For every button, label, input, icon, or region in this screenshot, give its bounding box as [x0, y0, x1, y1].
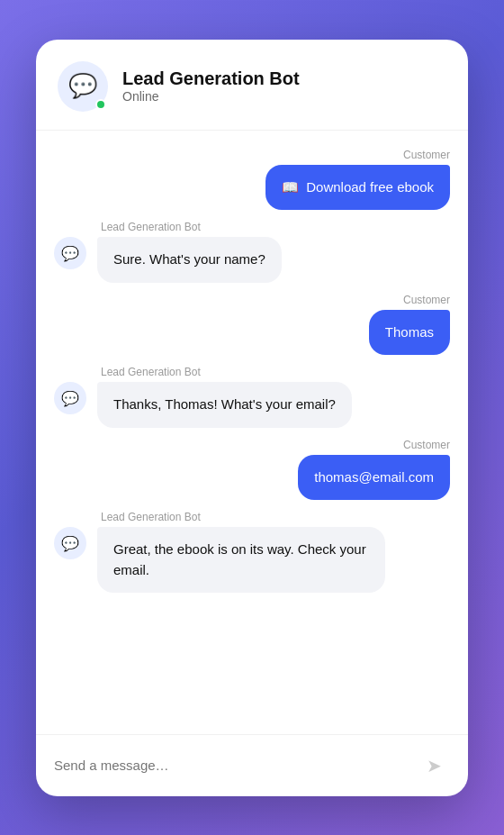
bot-bubble-confirmation: Great, the ebook is on its way. Check yo… [97, 527, 385, 593]
bot-message-wrapper: 💬 Sure. What's your name? [54, 237, 282, 283]
bot-message-wrapper: 💬 Thanks, Thomas! What's your email? [54, 382, 352, 428]
bot-avatar-small: 💬 [54, 237, 86, 269]
sender-label-bot: Lead Generation Bot [101, 366, 201, 378]
message-row: Customer 📖 Download free ebook [54, 149, 450, 211]
sender-label-bot: Lead Generation Bot [101, 511, 201, 523]
online-indicator [95, 99, 106, 110]
sender-label-bot: Lead Generation Bot [101, 221, 201, 233]
sender-label-customer: Customer [403, 149, 450, 161]
bot-message-wrapper: 💬 Great, the ebook is on its way. Check … [54, 527, 385, 593]
bot-bubble-email-question: Thanks, Thomas! What's your email? [97, 382, 352, 428]
messages-area: Customer 📖 Download free ebook Lead Gene… [36, 131, 468, 734]
message-row: Customer Thomas [54, 294, 450, 356]
chat-container: 💬 Lead Generation Bot Online Customer 📖 … [36, 40, 468, 796]
bot-info: Lead Generation Bot Online [122, 68, 300, 104]
message-row: Lead Generation Bot 💬 Thanks, Thomas! Wh… [54, 366, 450, 428]
send-button[interactable]: ➤ [418, 749, 450, 782]
customer-name-bubble: Thomas [369, 310, 450, 356]
bot-avatar: 💬 [58, 61, 108, 112]
bot-chat-icon: 💬 [68, 72, 97, 100]
sender-label-customer: Customer [403, 439, 450, 451]
bot-icon-small: 💬 [61, 535, 79, 552]
bot-name: Lead Generation Bot [122, 68, 300, 89]
book-icon: 📖 [282, 177, 299, 198]
download-ebook-text: Download free ebook [306, 177, 434, 198]
customer-email-bubble: thomas@email.com [298, 455, 450, 501]
message-row: Customer thomas@email.com [54, 439, 450, 501]
bot-icon-small: 💬 [61, 245, 79, 262]
sender-label-customer: Customer [403, 294, 450, 306]
bot-avatar-small: 💬 [54, 527, 86, 559]
bot-avatar-small: 💬 [54, 382, 86, 414]
bot-status: Online [122, 89, 300, 104]
bot-icon-small: 💬 [61, 390, 79, 407]
message-input[interactable] [54, 758, 407, 773]
message-row: Lead Generation Bot 💬 Great, the ebook i… [54, 511, 450, 593]
send-icon: ➤ [427, 755, 442, 776]
bot-bubble-name-question: Sure. What's your name? [97, 237, 282, 283]
download-ebook-bubble: 📖 Download free ebook [266, 165, 450, 211]
chat-header: 💬 Lead Generation Bot Online [36, 40, 468, 131]
message-row: Lead Generation Bot 💬 Sure. What's your … [54, 221, 450, 283]
input-area: ➤ [36, 734, 468, 796]
